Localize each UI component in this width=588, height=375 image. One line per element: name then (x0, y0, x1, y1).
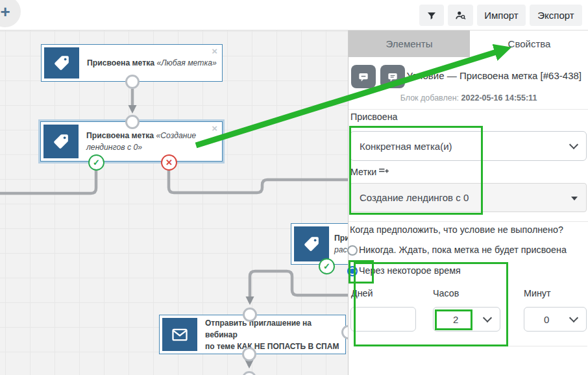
tag-icon (294, 226, 329, 261)
toolbar: Импорт Экспорт + (0, 0, 588, 30)
node-title-bold: Присвоена метка (86, 131, 154, 140)
divider (349, 221, 588, 222)
automation-builder-app: Присвоена метка «Любая метка» × Присвоен… (0, 0, 588, 375)
find-contact-button[interactable] (448, 5, 473, 26)
minutes-label: Минут (524, 288, 551, 298)
radio-never[interactable] (347, 245, 358, 256)
condition-question: Когда предположить, что условие не выпол… (350, 224, 563, 235)
note-button[interactable] (380, 65, 405, 88)
email-line2: по теме КАК НЕ ПОПАСТЬ В СПАМ (205, 341, 344, 352)
radio-after-time-label[interactable]: Через некоторое время (359, 265, 461, 276)
radio-never-label[interactable]: Никогда. Ждать, пока метка не будет прис… (359, 245, 567, 255)
export-button[interactable]: Экспорт (530, 5, 582, 26)
comment-icon (357, 70, 370, 83)
hours-value: 2 (453, 314, 458, 325)
days-label: Дней (351, 288, 373, 298)
close-icon[interactable]: × (212, 46, 217, 56)
tag-icon (43, 125, 79, 158)
tags-label: Метки (350, 167, 389, 177)
hours-label: Часов (433, 288, 459, 298)
chevron-down-icon (569, 313, 578, 322)
comment-button[interactable] (351, 65, 376, 88)
triangle-down-icon (571, 197, 578, 200)
added-value: 2022-05-16 14:55:11 (461, 93, 537, 103)
properties-panel: Элементы Свойства Условие — Присвоена ме… (348, 30, 588, 375)
chevron-down-icon (483, 313, 492, 322)
chevron-down-icon (569, 140, 578, 149)
minutes-select[interactable]: 0 (524, 307, 587, 332)
node-title: Присвоена метка «Создание лендингов с 0» (81, 130, 222, 154)
tag-icon (44, 47, 79, 79)
radio-after-time[interactable] (347, 266, 358, 276)
tags-select[interactable]: Создание лендингов с 0 (350, 183, 587, 212)
node-title-italic: «Любая метка» (156, 58, 216, 67)
tab-properties[interactable]: Свойства (470, 30, 588, 57)
block-title: Условие — Присвоена метка [#63-438] (407, 70, 582, 81)
block-added-timestamp: Блок добавлен: 2022-05-16 14:55:11 (349, 93, 588, 103)
tags-label-text: Метки (350, 167, 376, 177)
divider (349, 109, 588, 110)
node-title-bold: Присвоена метка (87, 58, 154, 67)
assigned-label: Присвоена (350, 112, 398, 122)
condition-no-icon[interactable]: ✕ (161, 154, 177, 171)
port-node1-bottom[interactable] (125, 75, 140, 89)
port-email-bottom[interactable] (242, 347, 256, 361)
condition-yes-icon[interactable]: ✓ (319, 258, 335, 274)
zoom-in-button[interactable]: + (0, 0, 21, 27)
filter-button[interactable] (419, 5, 444, 26)
close-icon[interactable]: × (212, 123, 217, 133)
user-search-icon (455, 10, 467, 21)
filter-icon (426, 10, 437, 21)
hours-select[interactable]: 2 (433, 307, 500, 332)
port-email-top[interactable] (243, 308, 257, 322)
node-title: Присвоена метка «Любая метка» (82, 57, 226, 69)
email-line1: Отправить приглашение на вебинар (205, 317, 344, 341)
add-tags-icon[interactable] (379, 168, 389, 176)
email-icon (162, 318, 197, 351)
condition-yes-icon[interactable]: ✓ (88, 154, 104, 171)
assigned-value: Конкретная метка(и) (360, 141, 452, 152)
import-button[interactable]: Импорт (477, 5, 526, 26)
assigned-select[interactable]: Конкретная метка(и) (350, 131, 587, 161)
tab-elements[interactable]: Элементы (349, 30, 470, 57)
divider (354, 346, 587, 346)
tags-value: Создание лендингов с 0 (360, 192, 469, 203)
note-icon (386, 70, 399, 83)
node-title: Отправить приглашение на вебинар по теме… (200, 317, 345, 352)
days-input[interactable] (350, 307, 416, 332)
port-node2-top[interactable] (125, 115, 140, 129)
added-label: Блок добавлен: (400, 93, 459, 103)
minutes-value: 0 (544, 314, 549, 325)
